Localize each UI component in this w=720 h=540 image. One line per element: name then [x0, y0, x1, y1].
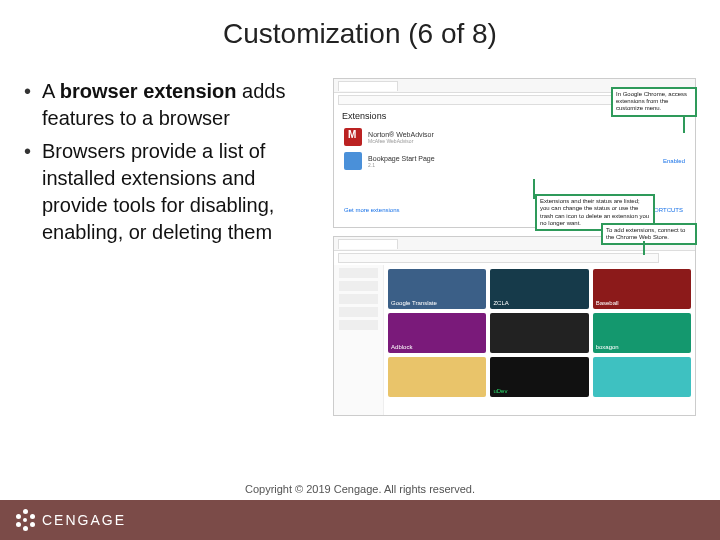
- slide-body: A browser extension adds features to a b…: [0, 50, 720, 416]
- store-tile: [490, 313, 588, 353]
- brand-logo: CENGAGE: [0, 509, 126, 531]
- cengage-logo-icon: [14, 509, 36, 531]
- bullet-1-pre: A: [42, 80, 60, 102]
- bullet-2: Browsers provide a list of installed ext…: [24, 138, 325, 246]
- browser-tab: [338, 81, 398, 91]
- arrow-icon: [643, 241, 645, 255]
- callout-add-extensions: To add extensions, connect to the Chrome…: [601, 223, 697, 245]
- webstore-window: Google Translate ZCLA Baseball Adblock b…: [333, 236, 696, 416]
- store-tile: [388, 357, 486, 397]
- extensions-window: Extensions Norton® WebAdvisor McAfee Web…: [333, 78, 696, 228]
- startpage-icon: [344, 152, 362, 170]
- text-column: A browser extension adds features to a b…: [24, 78, 333, 416]
- bullet-1: A browser extension adds features to a b…: [24, 78, 325, 132]
- slide: Customization (6 of 8) A browser extensi…: [0, 0, 720, 540]
- arrow-icon: [533, 179, 535, 199]
- callout-customize-menu: In Google Chrome, access extensions from…: [611, 87, 697, 117]
- extension-row: Norton® WebAdvisor McAfee WebAdvisor: [334, 125, 695, 149]
- extension-name: Bookpage Start Page: [368, 155, 657, 162]
- store-tile: Baseball: [593, 269, 691, 309]
- extension-status: Enabled: [663, 158, 685, 164]
- arrow-icon: [683, 117, 685, 133]
- store-tile: uDev: [490, 357, 588, 397]
- store-tile: Adblock: [388, 313, 486, 353]
- webstore-sidebar: [334, 265, 384, 415]
- store-tile: ZCLA: [490, 269, 588, 309]
- copyright-text: Copyright © 2019 Cengage. All rights res…: [245, 483, 475, 495]
- extension-name: Norton® WebAdvisor: [368, 131, 685, 138]
- mcafee-icon: [344, 128, 362, 146]
- address-bar: [338, 253, 659, 263]
- browser-tab: [338, 239, 398, 249]
- get-more-link: Get more extensions: [344, 207, 399, 213]
- extension-row: Bookpage Start Page 2.1 Enabled: [334, 149, 695, 173]
- store-tile: [593, 357, 691, 397]
- brand-name: CENGAGE: [42, 512, 126, 528]
- extension-subtitle: McAfee WebAdvisor: [368, 138, 685, 144]
- bullet-1-bold: browser extension: [60, 80, 237, 102]
- image-column: Extensions Norton® WebAdvisor McAfee Web…: [333, 78, 696, 416]
- store-tile: Google Translate: [388, 269, 486, 309]
- extension-subtitle: 2.1: [368, 162, 657, 168]
- slide-title: Customization (6 of 8): [0, 0, 720, 50]
- webstore-grid: Google Translate ZCLA Baseball Adblock b…: [384, 265, 695, 401]
- store-tile: boxagon: [593, 313, 691, 353]
- footer-bar: CENGAGE: [0, 500, 720, 540]
